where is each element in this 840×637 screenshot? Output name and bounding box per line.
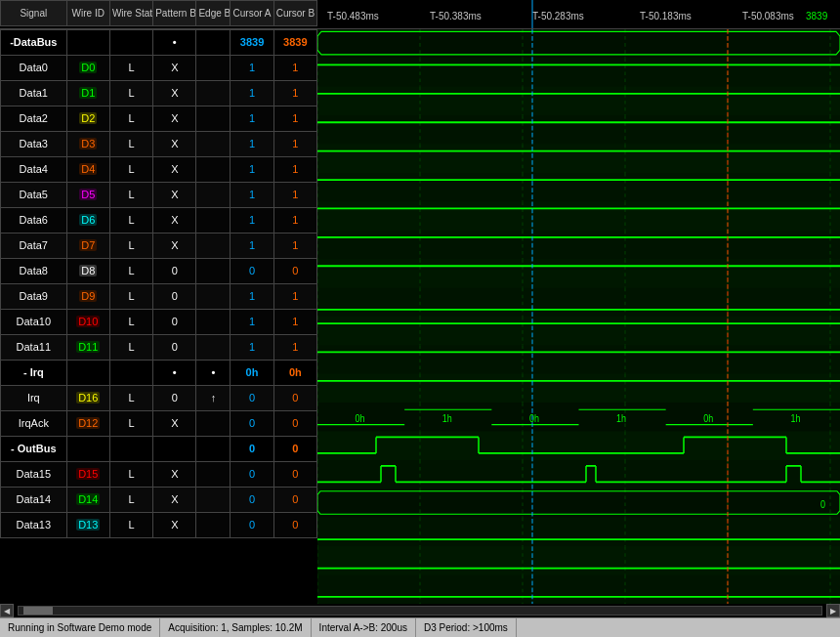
edge-b: •: [196, 361, 231, 386]
table-row[interactable]: IrqAckD12LX00: [1, 411, 317, 437]
table-row[interactable]: Data10D10L011: [1, 310, 317, 335]
wire-status: L: [109, 183, 152, 208]
table-row[interactable]: Data1D1LX11: [1, 81, 317, 106]
cursor-b-value: 1: [273, 157, 316, 183]
edge-b: ↑: [196, 386, 231, 411]
col-cursorb-header: Cursor B: [273, 1, 316, 26]
edge-b: [196, 132, 231, 157]
wire-status: L: [109, 81, 152, 106]
svg-text:0: 0: [820, 498, 825, 510]
pattern-b: X: [153, 132, 196, 157]
status-mode: Running in Software Demo mode: [0, 618, 160, 637]
waveform-panel[interactable]: 0h1h0h1h0h1h0: [317, 29, 840, 604]
svg-text:0h: 0h: [356, 412, 365, 424]
wire-id: D10: [66, 310, 109, 335]
svg-rect-88: [317, 374, 840, 403]
scroll-right-arrow[interactable]: ▶: [826, 604, 840, 617]
cursor-a-value: 1: [231, 157, 273, 183]
signal-name: Data9: [1, 284, 67, 310]
svg-rect-32: [317, 145, 840, 173]
wire-id: [66, 30, 109, 56]
signal-name: - Irq: [1, 361, 67, 386]
pattern-b: X: [153, 56, 196, 81]
ts-3: T-50.283ms: [532, 11, 584, 21]
cursor-a-value: 0: [231, 259, 273, 284]
edge-b: [196, 284, 231, 310]
pattern-b: •: [153, 361, 196, 386]
pattern-b: X: [153, 513, 196, 538]
signal-name: Data1: [1, 81, 67, 106]
pattern-b: X: [153, 157, 196, 183]
col-wirestatus-header: Wire Status: [109, 1, 152, 26]
table-row[interactable]: Data2D2LX11: [1, 106, 317, 132]
wire-status: L: [109, 488, 152, 513]
wire-id: D6: [66, 208, 109, 234]
cursor-b-value: 1: [273, 106, 316, 132]
table-row[interactable]: Data11D11L011: [1, 335, 317, 361]
table-row[interactable]: - OutBus00: [1, 437, 317, 462]
table-row[interactable]: Data6D6LX11: [1, 208, 317, 234]
edge-b: [196, 259, 231, 284]
ts-5: T-50.083ms: [742, 11, 794, 21]
table-row[interactable]: Data3D3LX11: [1, 132, 317, 157]
table-row[interactable]: -DataBus•38393839: [1, 30, 317, 56]
edge-b: [196, 208, 231, 234]
wire-status: [109, 437, 152, 462]
col-cursora-header: Cursor A: [231, 1, 273, 26]
pattern-b: X: [153, 81, 196, 106]
cursor-a-value: 1: [231, 284, 273, 310]
svg-rect-102: [317, 432, 840, 460]
table-row[interactable]: Data5D5LX11: [1, 183, 317, 208]
cursor-b-value: 1: [273, 284, 316, 310]
wire-id: D14: [66, 488, 109, 513]
signal-header-table: Signal Wire ID Wire Status Pattern B Edg…: [0, 0, 317, 26]
signal-table-header: Signal Wire ID Wire Status Pattern B Edg…: [0, 0, 317, 28]
signal-body-table: -DataBus•38393839Data0D0LX11Data1D1LX11D…: [0, 29, 317, 538]
cursor-a-value: 0: [231, 462, 273, 488]
svg-text:1h: 1h: [790, 412, 800, 424]
svg-rect-123: [317, 518, 840, 546]
scroll-thumb[interactable]: [23, 607, 53, 615]
table-row[interactable]: Data13D13LX00: [1, 513, 317, 538]
signal-name: Data5: [1, 183, 67, 208]
pattern-b: 0: [153, 386, 196, 411]
table-row[interactable]: Data15D15LX00: [1, 462, 317, 488]
scroll-track[interactable]: [18, 606, 822, 616]
cursor-a-value: 0: [231, 437, 273, 462]
svg-rect-130: [317, 546, 840, 574]
edge-b: [196, 335, 231, 361]
table-row[interactable]: IrqD16L0↑00: [1, 386, 317, 411]
table-row[interactable]: Data0D0LX11: [1, 56, 317, 81]
header-row: Signal Wire ID Wire Status Pattern B Edg…: [0, 0, 840, 29]
cursor-b-value: 0h: [273, 361, 316, 386]
edge-b: [196, 56, 231, 81]
edge-b: [196, 462, 231, 488]
table-row[interactable]: Data4D4LX11: [1, 157, 317, 183]
cursor-a-value: 1: [231, 310, 273, 335]
cursor-a-value: 0: [231, 386, 273, 411]
wire-status: L: [109, 208, 152, 234]
svg-rect-4: [317, 29, 840, 58]
signal-name: IrqAck: [1, 411, 67, 437]
edge-b: [196, 106, 231, 132]
table-row[interactable]: Data9D9L011: [1, 284, 317, 310]
scroll-left-arrow[interactable]: ◀: [0, 604, 14, 617]
edge-b: [196, 437, 231, 462]
cursor-a-value: 1: [231, 335, 273, 361]
svg-rect-46: [317, 201, 840, 230]
wire-id: D0: [66, 56, 109, 81]
svg-rect-53: [317, 231, 840, 259]
cursor-a-value: 0: [231, 488, 273, 513]
wire-id: D11: [66, 335, 109, 361]
signal-name: Data3: [1, 132, 67, 157]
ts-1: T-50.483ms: [327, 11, 379, 21]
table-row[interactable]: - Irq••0h0h: [1, 361, 317, 386]
signal-name: Data13: [1, 513, 67, 538]
cursor-b-value: 0: [273, 259, 316, 284]
table-row[interactable]: Data8D8L000: [1, 259, 317, 284]
table-row[interactable]: Data14D14LX00: [1, 488, 317, 513]
cursor-b-value: 1: [273, 335, 316, 361]
cursor-b-value: 0: [273, 513, 316, 538]
table-row[interactable]: Data7D7LX11: [1, 234, 317, 259]
wire-id: D16: [66, 386, 109, 411]
